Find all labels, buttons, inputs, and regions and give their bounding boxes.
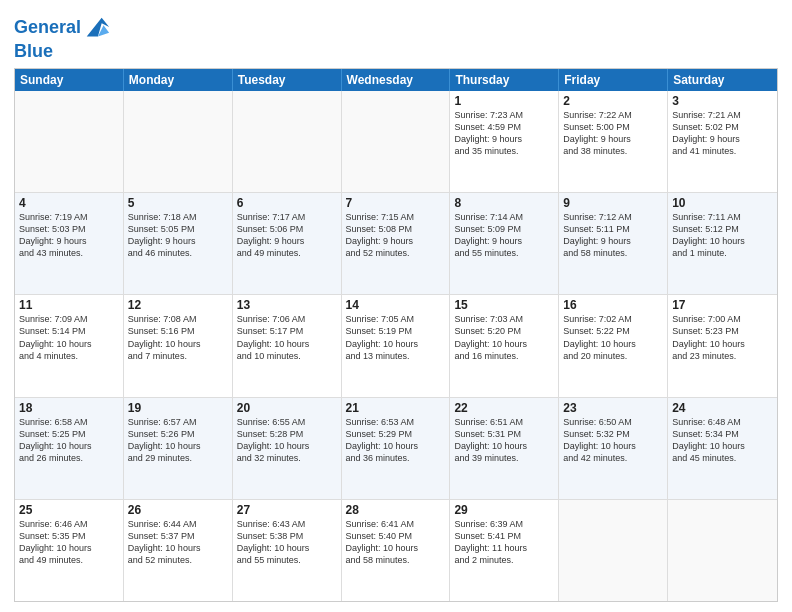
calendar-row: 4Sunrise: 7:19 AM Sunset: 5:03 PM Daylig…: [15, 193, 777, 295]
cell-info: Sunrise: 7:14 AM Sunset: 5:09 PM Dayligh…: [454, 211, 554, 260]
cell-info: Sunrise: 6:41 AM Sunset: 5:40 PM Dayligh…: [346, 518, 446, 567]
weekday-header: Wednesday: [342, 69, 451, 91]
day-number: 26: [128, 503, 228, 517]
day-number: 20: [237, 401, 337, 415]
calendar-cell: 19Sunrise: 6:57 AM Sunset: 5:26 PM Dayli…: [124, 398, 233, 499]
day-number: 28: [346, 503, 446, 517]
calendar-cell: 7Sunrise: 7:15 AM Sunset: 5:08 PM Daylig…: [342, 193, 451, 294]
calendar-cell: 13Sunrise: 7:06 AM Sunset: 5:17 PM Dayli…: [233, 295, 342, 396]
logo-icon: [83, 14, 111, 42]
cell-info: Sunrise: 7:11 AM Sunset: 5:12 PM Dayligh…: [672, 211, 773, 260]
day-number: 27: [237, 503, 337, 517]
weekday-header: Friday: [559, 69, 668, 91]
calendar-cell: 28Sunrise: 6:41 AM Sunset: 5:40 PM Dayli…: [342, 500, 451, 601]
day-number: 2: [563, 94, 663, 108]
calendar-row: 25Sunrise: 6:46 AM Sunset: 5:35 PM Dayli…: [15, 500, 777, 601]
calendar-cell-empty: [124, 91, 233, 192]
calendar-cell-empty: [15, 91, 124, 192]
calendar-cell: 1Sunrise: 7:23 AM Sunset: 4:59 PM Daylig…: [450, 91, 559, 192]
day-number: 22: [454, 401, 554, 415]
calendar-cell: 11Sunrise: 7:09 AM Sunset: 5:14 PM Dayli…: [15, 295, 124, 396]
calendar-cell: 2Sunrise: 7:22 AM Sunset: 5:00 PM Daylig…: [559, 91, 668, 192]
calendar-cell: 29Sunrise: 6:39 AM Sunset: 5:41 PM Dayli…: [450, 500, 559, 601]
day-number: 24: [672, 401, 773, 415]
day-number: 19: [128, 401, 228, 415]
cell-info: Sunrise: 7:23 AM Sunset: 4:59 PM Dayligh…: [454, 109, 554, 158]
day-number: 23: [563, 401, 663, 415]
cell-info: Sunrise: 7:22 AM Sunset: 5:00 PM Dayligh…: [563, 109, 663, 158]
cell-info: Sunrise: 7:03 AM Sunset: 5:20 PM Dayligh…: [454, 313, 554, 362]
cell-info: Sunrise: 6:50 AM Sunset: 5:32 PM Dayligh…: [563, 416, 663, 465]
logo-text: General: [14, 18, 81, 38]
calendar-cell: 14Sunrise: 7:05 AM Sunset: 5:19 PM Dayli…: [342, 295, 451, 396]
calendar-cell: 18Sunrise: 6:58 AM Sunset: 5:25 PM Dayli…: [15, 398, 124, 499]
cell-info: Sunrise: 6:58 AM Sunset: 5:25 PM Dayligh…: [19, 416, 119, 465]
calendar-row: 18Sunrise: 6:58 AM Sunset: 5:25 PM Dayli…: [15, 398, 777, 500]
calendar: SundayMondayTuesdayWednesdayThursdayFrid…: [14, 68, 778, 602]
calendar-cell: 27Sunrise: 6:43 AM Sunset: 5:38 PM Dayli…: [233, 500, 342, 601]
calendar-cell-empty: [559, 500, 668, 601]
calendar-cell: 24Sunrise: 6:48 AM Sunset: 5:34 PM Dayli…: [668, 398, 777, 499]
day-number: 11: [19, 298, 119, 312]
calendar-cell-empty: [233, 91, 342, 192]
calendar-cell: 3Sunrise: 7:21 AM Sunset: 5:02 PM Daylig…: [668, 91, 777, 192]
calendar-cell-empty: [342, 91, 451, 192]
calendar-cell: 21Sunrise: 6:53 AM Sunset: 5:29 PM Dayli…: [342, 398, 451, 499]
logo-text2: Blue: [14, 42, 111, 62]
cell-info: Sunrise: 6:44 AM Sunset: 5:37 PM Dayligh…: [128, 518, 228, 567]
calendar-row: 1Sunrise: 7:23 AM Sunset: 4:59 PM Daylig…: [15, 91, 777, 193]
day-number: 21: [346, 401, 446, 415]
weekday-header: Monday: [124, 69, 233, 91]
calendar-body: 1Sunrise: 7:23 AM Sunset: 4:59 PM Daylig…: [15, 91, 777, 601]
cell-info: Sunrise: 7:21 AM Sunset: 5:02 PM Dayligh…: [672, 109, 773, 158]
calendar-cell: 10Sunrise: 7:11 AM Sunset: 5:12 PM Dayli…: [668, 193, 777, 294]
cell-info: Sunrise: 6:48 AM Sunset: 5:34 PM Dayligh…: [672, 416, 773, 465]
cell-info: Sunrise: 7:09 AM Sunset: 5:14 PM Dayligh…: [19, 313, 119, 362]
cell-info: Sunrise: 7:17 AM Sunset: 5:06 PM Dayligh…: [237, 211, 337, 260]
cell-info: Sunrise: 7:12 AM Sunset: 5:11 PM Dayligh…: [563, 211, 663, 260]
calendar-cell: 12Sunrise: 7:08 AM Sunset: 5:16 PM Dayli…: [124, 295, 233, 396]
day-number: 18: [19, 401, 119, 415]
cell-info: Sunrise: 7:00 AM Sunset: 5:23 PM Dayligh…: [672, 313, 773, 362]
day-number: 17: [672, 298, 773, 312]
calendar-cell: 17Sunrise: 7:00 AM Sunset: 5:23 PM Dayli…: [668, 295, 777, 396]
day-number: 25: [19, 503, 119, 517]
day-number: 5: [128, 196, 228, 210]
calendar-cell: 25Sunrise: 6:46 AM Sunset: 5:35 PM Dayli…: [15, 500, 124, 601]
cell-info: Sunrise: 6:39 AM Sunset: 5:41 PM Dayligh…: [454, 518, 554, 567]
day-number: 29: [454, 503, 554, 517]
calendar-cell: 22Sunrise: 6:51 AM Sunset: 5:31 PM Dayli…: [450, 398, 559, 499]
cell-info: Sunrise: 6:55 AM Sunset: 5:28 PM Dayligh…: [237, 416, 337, 465]
day-number: 14: [346, 298, 446, 312]
weekday-header: Thursday: [450, 69, 559, 91]
calendar-cell: 16Sunrise: 7:02 AM Sunset: 5:22 PM Dayli…: [559, 295, 668, 396]
day-number: 3: [672, 94, 773, 108]
cell-info: Sunrise: 7:08 AM Sunset: 5:16 PM Dayligh…: [128, 313, 228, 362]
cell-info: Sunrise: 7:15 AM Sunset: 5:08 PM Dayligh…: [346, 211, 446, 260]
calendar-cell: 15Sunrise: 7:03 AM Sunset: 5:20 PM Dayli…: [450, 295, 559, 396]
day-number: 1: [454, 94, 554, 108]
cell-info: Sunrise: 7:05 AM Sunset: 5:19 PM Dayligh…: [346, 313, 446, 362]
weekday-header: Saturday: [668, 69, 777, 91]
calendar-cell: 20Sunrise: 6:55 AM Sunset: 5:28 PM Dayli…: [233, 398, 342, 499]
cell-info: Sunrise: 7:02 AM Sunset: 5:22 PM Dayligh…: [563, 313, 663, 362]
day-number: 8: [454, 196, 554, 210]
day-number: 12: [128, 298, 228, 312]
day-number: 7: [346, 196, 446, 210]
cell-info: Sunrise: 6:57 AM Sunset: 5:26 PM Dayligh…: [128, 416, 228, 465]
cell-info: Sunrise: 6:43 AM Sunset: 5:38 PM Dayligh…: [237, 518, 337, 567]
day-number: 10: [672, 196, 773, 210]
weekday-header: Tuesday: [233, 69, 342, 91]
header: General Blue: [14, 10, 778, 62]
cell-info: Sunrise: 7:19 AM Sunset: 5:03 PM Dayligh…: [19, 211, 119, 260]
cell-info: Sunrise: 6:53 AM Sunset: 5:29 PM Dayligh…: [346, 416, 446, 465]
cell-info: Sunrise: 6:51 AM Sunset: 5:31 PM Dayligh…: [454, 416, 554, 465]
calendar-cell: 4Sunrise: 7:19 AM Sunset: 5:03 PM Daylig…: [15, 193, 124, 294]
cell-info: Sunrise: 7:18 AM Sunset: 5:05 PM Dayligh…: [128, 211, 228, 260]
calendar-cell: 6Sunrise: 7:17 AM Sunset: 5:06 PM Daylig…: [233, 193, 342, 294]
cell-info: Sunrise: 6:46 AM Sunset: 5:35 PM Dayligh…: [19, 518, 119, 567]
day-number: 13: [237, 298, 337, 312]
calendar-row: 11Sunrise: 7:09 AM Sunset: 5:14 PM Dayli…: [15, 295, 777, 397]
calendar-cell-empty: [668, 500, 777, 601]
calendar-cell: 9Sunrise: 7:12 AM Sunset: 5:11 PM Daylig…: [559, 193, 668, 294]
